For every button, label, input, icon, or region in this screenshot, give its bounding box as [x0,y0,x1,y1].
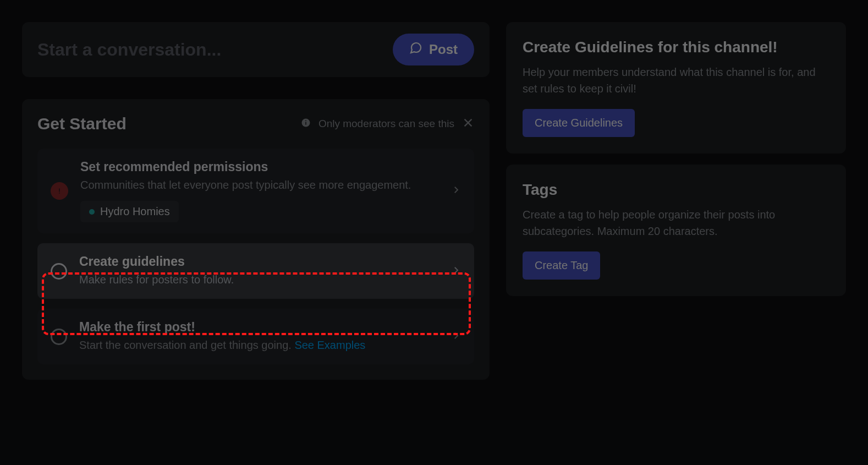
gs-item-title: Create guidelines [79,254,439,269]
circle-icon [51,263,67,280]
create-tag-button[interactable]: Create Tag [523,251,600,280]
moderator-note-text: Only moderators can see this [318,118,454,130]
get-started-header: Get Started Only moderators can see this [37,114,474,133]
tags-card-title: Tags [523,181,829,199]
post-button[interactable]: Post [393,34,474,65]
post-button-label: Post [429,42,458,57]
chevron-right-icon [451,185,461,197]
moderator-note: Only moderators can see this [301,117,474,132]
gs-item-title: Make the first post! [79,320,439,335]
info-icon [301,118,311,130]
gs-item-desc: Start the conversation and get things go… [79,337,439,353]
warning-icon [51,182,68,200]
gs-item-desc-text: Start the conversation and get things go… [79,339,294,351]
gs-item-permissions[interactable]: Set recommended permissions Communities … [37,149,474,233]
start-conversation-bar[interactable]: Start a conversation... Post [22,22,490,77]
chat-icon [409,41,422,58]
role-chip-label: Hydro Homies [100,205,170,218]
start-conversation-placeholder: Start a conversation... [37,40,221,60]
get-started-title: Get Started [37,114,127,133]
role-dot-icon [89,209,95,215]
guidelines-card-desc: Help your members understand what this c… [523,64,829,97]
guidelines-card-title: Create Guidelines for this channel! [523,39,829,56]
chevron-right-icon [451,265,461,277]
circle-icon [51,329,67,345]
get-started-card: Get Started Only moderators can see this [22,99,490,380]
gs-item-first-post[interactable]: Make the first post! Start the conversat… [37,309,474,364]
gs-item-title: Set recommended permissions [80,160,439,174]
tags-card: Tags Create a tag to help people organiz… [506,165,846,296]
gs-item-desc: Communities that let everyone post typic… [80,177,439,193]
role-chip: Hydro Homies [80,201,179,222]
get-started-items: Set recommended permissions Communities … [37,149,474,364]
svg-rect-5 [59,189,60,192]
see-examples-link[interactable]: See Examples [294,339,365,351]
guidelines-card: Create Guidelines for this channel! Help… [506,22,846,154]
gs-item-desc: Make rules for posters to follow. [79,271,439,288]
chevron-right-icon [451,331,461,343]
svg-rect-1 [305,122,306,124]
svg-rect-6 [59,193,60,194]
create-guidelines-button[interactable]: Create Guidelines [523,109,635,137]
close-icon[interactable] [462,117,474,132]
tags-card-desc: Create a tag to help people organize the… [523,206,829,239]
gs-item-guidelines[interactable]: Create guidelines Make rules for posters… [37,243,474,299]
svg-rect-2 [305,120,306,121]
